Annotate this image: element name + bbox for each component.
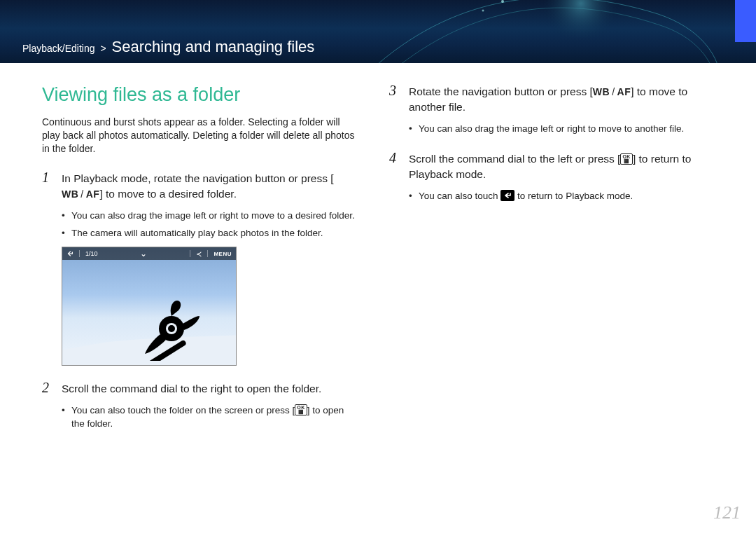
- step-1-sub-2: The camera will automatically play back …: [62, 227, 357, 240]
- svg-point-2: [501, 0, 504, 3]
- page-number: 121: [713, 502, 741, 523]
- thumb-counter: 1/10: [85, 250, 98, 257]
- wb-af-icon: WB/AF: [593, 85, 631, 99]
- intro-paragraph: Continuous and burst shots appear as a f…: [42, 116, 357, 156]
- steps-list-right: Rotate the navigation button or press [W…: [389, 84, 704, 203]
- step-4-subs: You can also touch to return to Playback…: [409, 190, 704, 203]
- playback-screenshot: 1/10 ⌄ ≺ MENU: [62, 247, 237, 366]
- step-4-text: Scroll the command dial to the left or p…: [409, 151, 704, 183]
- step-4: Scroll the command dial to the left or p…: [389, 151, 704, 203]
- svg-point-4: [482, 10, 484, 12]
- back-arrow-icon: [66, 250, 74, 257]
- step-1: In Playback mode, rotate the navigation …: [42, 171, 357, 366]
- wb-af-icon: WB/AF: [62, 187, 99, 201]
- content-area: Viewing files as a folder Continuous and…: [0, 63, 756, 446]
- header-band: Playback/Editing > Searching and managin…: [0, 0, 756, 63]
- svg-point-7: [168, 325, 175, 332]
- breadcrumb-separator: >: [100, 43, 106, 54]
- step-3-sub-1: You can also drag the image left or righ…: [409, 123, 704, 136]
- return-icon: [500, 190, 514, 201]
- left-column: Viewing files as a folder Continuous and…: [42, 84, 357, 446]
- accent-tab: [735, 0, 756, 42]
- chevron-down-icon: ⌄: [140, 251, 147, 256]
- section-title: Viewing files as a folder: [42, 84, 357, 106]
- svg-point-0: [542, 0, 620, 42]
- step-1-text: In Playback mode, rotate the navigation …: [62, 171, 357, 202]
- step-2-sub-1: You can also touch the folder on the scr…: [62, 404, 357, 431]
- ok-button-icon: OK▦: [620, 153, 633, 165]
- step-2-subs: You can also touch the folder on the scr…: [62, 404, 357, 431]
- breadcrumb-section: Playback/Editing: [22, 43, 95, 54]
- right-column: Rotate the navigation button or press [W…: [389, 84, 704, 446]
- step-1-subs: You can also drag the image left or righ…: [62, 209, 357, 240]
- share-icon: ≺: [196, 250, 202, 258]
- step-2-text: Scroll the command dial to the right to …: [62, 381, 357, 397]
- step-3-text: Rotate the navigation button or press [W…: [409, 84, 704, 116]
- step-1-sub-1: You can also drag the image left or righ…: [62, 209, 357, 223]
- thumb-menu: MENU: [214, 251, 232, 257]
- thumb-top-bar: 1/10 ⌄ ≺ MENU: [62, 247, 236, 260]
- step-4-sub-1: You can also touch to return to Playback…: [409, 190, 704, 203]
- step-2: Scroll the command dial to the right to …: [42, 381, 357, 430]
- header-swirl-decoration: [364, 0, 728, 63]
- breadcrumb: Playback/Editing > Searching and managin…: [22, 38, 314, 56]
- ok-button-icon: OK▦: [295, 404, 307, 415]
- breadcrumb-title: Searching and managing files: [111, 38, 314, 55]
- page: Playback/Editing > Searching and managin…: [0, 0, 756, 536]
- step-3: Rotate the navigation button or press [W…: [389, 84, 704, 136]
- step-3-subs: You can also drag the image left or righ…: [409, 123, 704, 136]
- steps-list-left: In Playback mode, rotate the navigation …: [42, 171, 357, 431]
- snowboarder-silhouette: [138, 291, 208, 361]
